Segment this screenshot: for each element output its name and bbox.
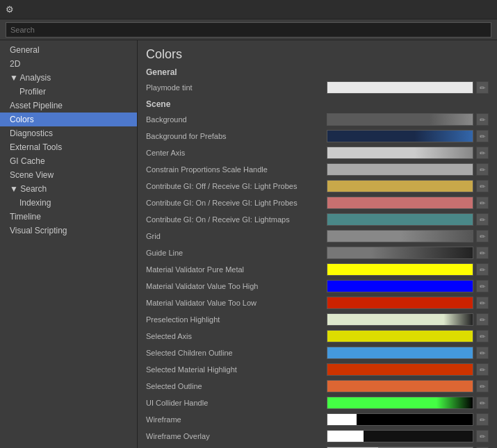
color-swatch-container: ✏ [327,413,489,426]
color-label: Playmode tint [146,83,327,92]
search-input[interactable] [6,22,491,38]
color-picker-icon[interactable]: ✏ [476,430,489,442]
color-row: Material Validator Value Too Low✏ [146,295,489,310]
color-swatch-container: ✏ [327,380,489,392]
color-swatch[interactable] [327,347,473,359]
color-swatch[interactable] [327,313,473,326]
color-picker-icon[interactable]: ✏ [476,413,489,426]
color-row: Selected Outline✏ [146,379,489,394]
color-swatch[interactable] [327,180,473,192]
color-label: Selected Outline [146,382,327,390]
color-swatch[interactable] [327,213,473,226]
color-row: Guide Line✏ [146,245,489,260]
color-label: Material Validator Value Too High [146,282,327,290]
color-swatch[interactable] [327,247,473,259]
color-swatch[interactable] [327,263,473,276]
title-bar-left: ⚙ [6,4,18,15]
color-swatch-container: ✏ [327,81,489,94]
color-picker-icon[interactable]: ✏ [476,397,489,409]
color-picker-icon[interactable]: ✏ [476,263,489,276]
color-picker-icon[interactable]: ✏ [476,380,489,392]
main-layout: General2D▼ AnalysisProfilerAsset Pipelin… [0,40,497,448]
color-row: Contribute GI: On / Receive GI: Lightmap… [146,212,489,227]
sidebar-item-indexing[interactable]: Indexing [0,196,137,210]
color-swatch[interactable] [327,380,473,392]
color-swatch[interactable] [327,81,473,94]
sidebar-item-analysis[interactable]: ▼ Analysis [0,71,137,85]
color-swatch-container: ✏ [327,263,489,276]
color-swatch-container: ✏ [327,280,489,292]
color-picker-icon[interactable]: ✏ [476,280,489,292]
color-swatch[interactable] [327,280,473,292]
color-swatch-container: ✏ [327,430,489,442]
color-label: Preselection Highlight [146,315,327,324]
color-picker-icon[interactable]: ✏ [476,163,489,176]
sidebar-item-search[interactable]: ▼ Search [0,182,137,196]
sidebar-item-gi-cache[interactable]: GI Cache [0,154,137,168]
color-row: Playmode tint✏ [146,80,489,95]
sidebar-item-external-tools[interactable]: External Tools [0,140,137,154]
sidebar-item-timeline[interactable]: Timeline [0,210,137,224]
color-label: Grid [146,232,327,240]
sidebar-item-scene-view[interactable]: Scene View [0,168,137,182]
color-swatch[interactable] [327,430,473,442]
color-label: Contribute GI: On / Receive GI: Light Pr… [146,199,327,207]
sidebar-item-profiler[interactable]: Profiler [0,85,137,99]
color-picker-icon[interactable]: ✏ [476,347,489,359]
color-swatch[interactable] [327,413,473,426]
color-swatch[interactable] [327,230,473,242]
color-row: Grid✏ [146,229,489,244]
color-swatch-container: ✏ [327,163,489,176]
color-picker-icon[interactable]: ✏ [476,330,489,342]
color-row: Constrain Proportions Scale Handle✏ [146,162,489,177]
sidebar-item-diagnostics[interactable]: Diagnostics [0,126,137,140]
color-label: UI Collider Handle [146,399,327,407]
color-swatch-container: ✏ [327,213,489,226]
color-picker-icon[interactable]: ✏ [476,180,489,192]
color-swatch[interactable] [327,363,473,376]
color-picker-icon[interactable]: ✏ [476,230,489,242]
color-label: Selected Material Highlight [146,365,327,374]
color-swatch[interactable] [327,130,473,142]
color-picker-icon[interactable]: ✏ [476,247,489,259]
color-label: Background [146,115,327,124]
search-bar [0,19,497,40]
color-label: Center Axis [146,149,327,157]
color-picker-icon[interactable]: ✏ [476,197,489,209]
color-picker-icon[interactable]: ✏ [476,213,489,226]
color-label: Wireframe Overlay [146,432,327,440]
color-label: Guide Line [146,249,327,257]
color-picker-icon[interactable]: ✏ [476,313,489,326]
color-picker-icon[interactable]: ✏ [476,297,489,309]
color-picker-icon[interactable]: ✏ [476,130,489,142]
color-swatch-container: ✏ [327,197,489,209]
sidebar-item-asset-pipeline[interactable]: Asset Pipeline [0,99,137,113]
color-row: Selected Axis✏ [146,329,489,344]
color-swatch-container: ✏ [327,113,489,126]
color-swatch-container: ✏ [327,147,489,159]
color-picker-icon[interactable]: ✏ [476,363,489,376]
color-picker-icon[interactable]: ✏ [476,81,489,94]
color-swatch[interactable] [327,297,473,309]
color-swatch-container: ✏ [327,230,489,242]
sidebar-item-general[interactable]: General [0,43,137,57]
color-row: Material Validator Pure Metal✏ [146,262,489,277]
color-swatch[interactable] [327,197,473,209]
color-picker-icon[interactable]: ✏ [476,113,489,126]
content-panel: ColorsGeneralPlaymode tint✏SceneBackgrou… [138,40,497,448]
sidebar-item-2d[interactable]: 2D [0,57,137,71]
sidebar-item-colors[interactable]: Colors [0,113,137,126]
color-swatch[interactable] [327,147,473,159]
color-row: Background for Prefabs✏ [146,128,489,144]
color-swatch[interactable] [327,330,473,342]
color-swatch[interactable] [327,397,473,409]
color-row: Selected Material Highlight✏ [146,362,489,377]
sidebar-item-visual-scripting[interactable]: Visual Scripting [0,224,137,238]
color-swatch[interactable] [327,113,473,126]
color-picker-icon[interactable]: ✏ [476,147,489,159]
color-swatch[interactable] [327,163,473,176]
sidebar: General2D▼ AnalysisProfilerAsset Pipelin… [0,40,138,448]
color-row: UI Collider Handle✏ [146,395,489,410]
color-label: Selected Children Outline [146,349,327,357]
color-label: Contribute GI: On / Receive GI: Lightmap… [146,215,327,224]
